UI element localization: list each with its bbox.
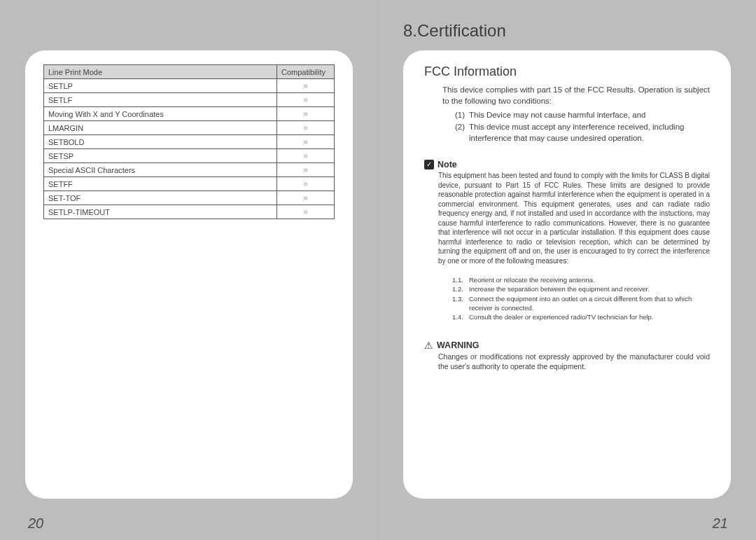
- note-head: ✓ Note: [424, 160, 710, 169]
- table-row: SETFF○: [44, 177, 335, 191]
- table-row: SETLF○: [44, 93, 335, 107]
- check-icon: ✓: [424, 160, 434, 169]
- compat-cell: ○: [277, 205, 335, 219]
- table-row: SETSP○: [44, 149, 335, 163]
- mode-cell: SETBOLD: [44, 135, 277, 149]
- note-label: Note: [438, 160, 457, 169]
- measure-number: 1.1.: [452, 275, 469, 284]
- mode-cell: SETLF: [44, 93, 277, 107]
- mode-cell: LMARGIN: [44, 121, 277, 135]
- mode-cell: SETSP: [44, 149, 277, 163]
- mode-cell: SETLP-TIMEOUT: [44, 205, 277, 219]
- mode-cell: SETFF: [44, 177, 277, 191]
- compat-cell: ○: [277, 107, 335, 121]
- compat-cell: ○: [277, 191, 335, 205]
- right-card: FCC Information This device complies wit…: [403, 50, 731, 499]
- right-page: FCC Information This device complies wit…: [378, 0, 756, 540]
- mode-cell: SETLP: [44, 79, 277, 93]
- table-row: SETLP-TIMEOUT○: [44, 205, 335, 219]
- fcc-heading: FCC Information: [424, 64, 710, 79]
- measure-text: Connect the equipment into an outlet on …: [469, 294, 710, 313]
- compat-cell: ○: [277, 149, 335, 163]
- compat-cell: ○: [277, 135, 335, 149]
- warning-label: WARNING: [437, 340, 479, 350]
- left-card: Line Print Mode Compatibility SETLP○SETL…: [25, 50, 353, 499]
- measure-number: 1.3.: [452, 294, 469, 313]
- condition-row: (2)This device must accept any interfere…: [455, 121, 710, 144]
- col-compat: Compatibility: [277, 65, 335, 79]
- measure-text: Reorient or relocate the receiving anten…: [469, 275, 595, 284]
- compat-table: Line Print Mode Compatibility SETLP○SETL…: [43, 64, 335, 219]
- fcc-conditions: (1)This Device may not cause harmful int…: [424, 109, 710, 144]
- page-number-left: 20: [28, 515, 43, 532]
- compat-cell: ○: [277, 177, 335, 191]
- measure-number: 1.4.: [452, 312, 469, 321]
- warning-body: Changes or modifications not expressly a…: [424, 352, 710, 371]
- compat-cell: ○: [277, 163, 335, 177]
- measure-row: 1.4.Consult the dealer or experienced ra…: [452, 312, 710, 321]
- measure-row: 1.1.Reorient or relocate the receiving a…: [452, 275, 710, 284]
- condition-text: This Device may not cause harmful interf…: [469, 109, 645, 121]
- measure-row: 1.2.Increase the separation between the …: [452, 284, 710, 293]
- note-body: This equipment has been tested and found…: [424, 171, 710, 265]
- measure-row: 1.3.Connect the equipment into an outlet…: [452, 294, 710, 313]
- table-row: Special ASCII Characters○: [44, 163, 335, 177]
- condition-number: (1): [455, 109, 469, 121]
- table-row: SETLP○: [44, 79, 335, 93]
- fcc-intro: This device complies with part 15 of the…: [424, 85, 710, 106]
- table-row: LMARGIN○: [44, 121, 335, 135]
- condition-text: This device must accept any interference…: [469, 121, 710, 144]
- mode-cell: Special ASCII Characters: [44, 163, 277, 177]
- left-page: Line Print Mode Compatibility SETLP○SETL…: [0, 0, 378, 540]
- mode-cell: SET-TOF: [44, 191, 277, 205]
- table-row: Moving With X and Y Coordinates○: [44, 107, 335, 121]
- compat-cell: ○: [277, 93, 335, 107]
- col-mode: Line Print Mode: [44, 65, 277, 79]
- measure-text: Increase the separation between the equi…: [469, 284, 650, 293]
- measure-text: Consult the dealer or experienced radio/…: [469, 312, 654, 321]
- compat-cell: ○: [277, 79, 335, 93]
- note-measures: 1.1.Reorient or relocate the receiving a…: [424, 275, 710, 321]
- condition-row: (1)This Device may not cause harmful int…: [455, 109, 710, 121]
- compat-cell: ○: [277, 121, 335, 135]
- warning-head: ⚠ WARNING: [424, 340, 710, 350]
- page-number-right: 21: [713, 515, 728, 532]
- table-row: SET-TOF○: [44, 191, 335, 205]
- condition-number: (2): [455, 121, 469, 144]
- warning-icon: ⚠: [424, 340, 433, 350]
- measure-number: 1.2.: [452, 284, 469, 293]
- table-row: SETBOLD○: [44, 135, 335, 149]
- mode-cell: Moving With X and Y Coordinates: [44, 107, 277, 121]
